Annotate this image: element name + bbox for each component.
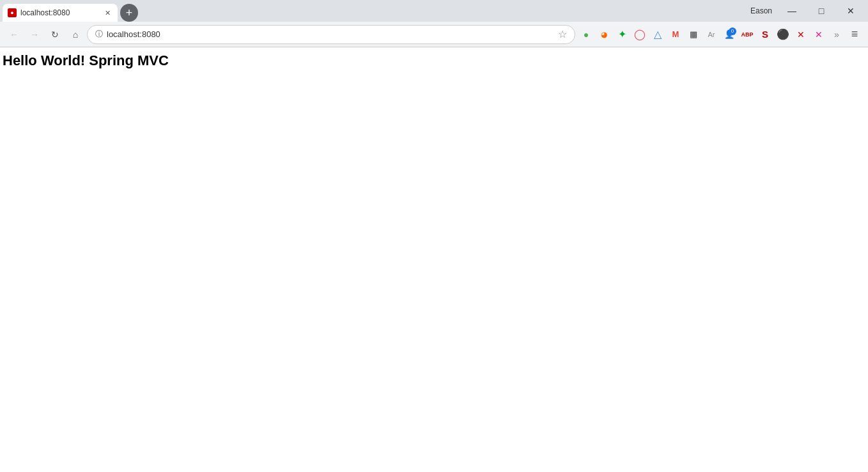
window-controls: — □ ✕ [777, 0, 865, 22]
gmail-icon[interactable]: M [667, 26, 684, 43]
qr-code-icon[interactable]: ▦ [685, 26, 702, 43]
adblock-plus-icon[interactable]: ABP [739, 26, 756, 43]
google-maps-icon[interactable]: △ [649, 26, 666, 43]
x-red-icon[interactable]: ✕ [793, 26, 809, 43]
minimize-button[interactable]: — [777, 0, 807, 22]
bookmark-star-icon[interactable]: ☆ [558, 28, 567, 40]
green-circle-icon[interactable]: ● [578, 26, 594, 43]
chrome-menu-icon[interactable]: ≡ [846, 26, 863, 43]
title-bar: ● localhost:8080 ✕ + Eason — □ ✕ [0, 0, 868, 22]
readability-icon[interactable]: Ar [703, 26, 720, 43]
pocket-icon[interactable]: ◯ [632, 26, 648, 43]
page-info-icon: ⓘ [95, 29, 103, 40]
forward-button[interactable]: → [26, 26, 43, 43]
user-name: Eason [750, 6, 772, 15]
account-badge: 0 [729, 28, 736, 35]
opera-icon[interactable]: ⚫ [775, 26, 791, 43]
address-input[interactable] [107, 29, 554, 39]
toolbar-icons: ● ◕ ✦ ◯ △ M ▦ Ar 👤 0 ABP S ⚫ ✕ ✕ » ≡ [578, 26, 863, 43]
x-pink-icon[interactable]: ✕ [810, 26, 827, 43]
back-button[interactable]: ← [5, 26, 23, 43]
extensions-forward-icon[interactable]: » [828, 26, 845, 43]
navigation-bar: ← → ↻ ⌂ ⓘ ☆ ● ◕ ✦ ◯ △ M ▦ Ar 👤 0 ABP S ⚫ [0, 22, 868, 47]
evernote-icon[interactable]: ✦ [614, 26, 630, 43]
stylish-icon[interactable]: S [757, 26, 773, 43]
active-tab[interactable]: ● localhost:8080 ✕ [3, 4, 118, 22]
tab-favicon: ● [8, 8, 17, 17]
new-tab-button[interactable]: + [120, 4, 138, 22]
page-content: Hello World! Spring MVC [0, 47, 868, 472]
maximize-button[interactable]: □ [807, 0, 836, 22]
tab-close-button[interactable]: ✕ [102, 8, 112, 18]
tab-strip: ● localhost:8080 ✕ + [3, 0, 750, 22]
home-button[interactable]: ⌂ [66, 26, 84, 43]
close-button[interactable]: ✕ [836, 0, 865, 22]
address-bar-container[interactable]: ⓘ ☆ [87, 25, 575, 44]
reload-button[interactable]: ↻ [46, 26, 64, 43]
page-heading: Hello World! Spring MVC [3, 52, 865, 69]
rss-icon[interactable]: ◕ [596, 26, 612, 43]
tab-title: localhost:8080 [20, 8, 98, 17]
account-icon[interactable]: 👤 0 [721, 26, 738, 43]
